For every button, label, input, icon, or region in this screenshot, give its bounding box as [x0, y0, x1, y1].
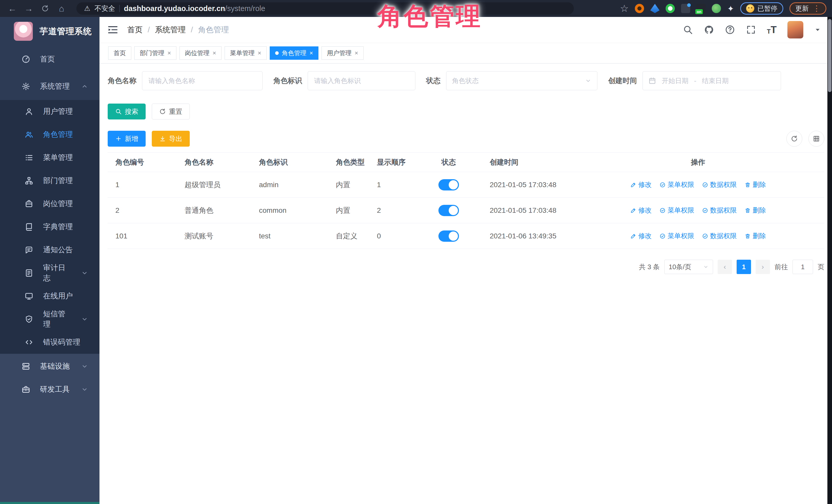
breadcrumb-home[interactable]: 首页	[127, 25, 142, 35]
tab-home[interactable]: 首页	[108, 46, 131, 60]
data-permission-action[interactable]: 数据权限	[702, 180, 737, 189]
menu-permission-action[interactable]: 菜单权限	[659, 180, 694, 189]
role-key-input[interactable]	[308, 71, 415, 90]
tab-departments[interactable]: 部门管理 ×	[134, 46, 176, 60]
browser-update-button[interactable]: 更新 ⋮	[789, 2, 826, 15]
sidebar-item-users[interactable]: 用户管理	[0, 100, 100, 123]
caret-down-icon[interactable]	[814, 26, 821, 33]
cell-display-order: 0	[369, 223, 423, 249]
sidebar-item-error-codes[interactable]: 错误码管理	[0, 331, 100, 354]
extension-icon[interactable]	[635, 4, 644, 13]
fullscreen-icon[interactable]	[746, 25, 756, 35]
browser-back-icon[interactable]: ←	[4, 4, 21, 14]
browser-reload-icon[interactable]	[37, 5, 53, 12]
tab-menus[interactable]: 菜单管理 ×	[225, 46, 267, 60]
address-bar[interactable]: ⚠ 不安全 dashboard.yudao.iocoder.cn/system/…	[76, 2, 574, 15]
sidebar-item-home[interactable]: 首页	[0, 46, 100, 73]
date-range-picker[interactable]: 开始日期 - 结束日期	[643, 71, 781, 90]
status-toggle[interactable]	[438, 179, 459, 190]
scrollbar-thumb[interactable]	[828, 19, 831, 92]
avatar[interactable]	[787, 21, 803, 38]
edit-action-label: 修改	[639, 232, 652, 240]
sidebar-item-online-users[interactable]: 在线用户	[0, 285, 100, 308]
menu-permission-action[interactable]: 菜单权限	[659, 232, 694, 240]
tab-users[interactable]: 用户管理 ×	[321, 46, 364, 60]
cell-role-name: 普通角色	[177, 198, 251, 223]
edit-action[interactable]: 修改	[630, 232, 652, 240]
tab-posts[interactable]: 岗位管理 ×	[180, 46, 222, 60]
role-name-input[interactable]	[142, 71, 263, 90]
reset-button[interactable]: 重置	[152, 104, 190, 120]
extension-icon[interactable]	[681, 4, 690, 13]
export-button[interactable]: 导出	[152, 131, 190, 147]
column-settings-button[interactable]	[808, 131, 824, 147]
edit-action-label: 修改	[639, 180, 652, 189]
sidebar-submenu: 用户管理 角色管理 菜单管理 部门管理 岗位管理	[0, 100, 100, 354]
sidebar-item-menus[interactable]: 菜单管理	[0, 146, 100, 169]
extension-icon[interactable]	[666, 4, 675, 13]
profile-paused-button[interactable]: 已暂停	[740, 2, 783, 15]
sidebar-item-system[interactable]: 系统管理	[0, 73, 100, 100]
extension-icon[interactable]: on	[696, 4, 706, 13]
goto-label: 前往	[775, 263, 788, 271]
next-page-button[interactable]: ›	[756, 260, 770, 274]
github-icon[interactable]	[704, 25, 714, 35]
edit-action[interactable]: 修改	[630, 206, 652, 215]
font-size-icon[interactable]: TT	[767, 25, 777, 35]
sidebar-item-label: 字典管理	[43, 222, 73, 232]
page-size-select[interactable]: 10条/页	[664, 260, 713, 274]
menu-permission-action[interactable]: 菜单权限	[659, 206, 694, 215]
sidebar-item-notices[interactable]: 通知公告	[0, 238, 100, 262]
data-permission-action[interactable]: 数据权限	[702, 206, 737, 215]
delete-action[interactable]: 删除	[745, 232, 766, 240]
sidebar-item-roles[interactable]: 角色管理	[0, 123, 100, 146]
extensions-pin-icon[interactable]: ✦	[727, 4, 734, 13]
goto-page-input[interactable]	[792, 260, 813, 274]
bookmark-star-icon[interactable]: ☆	[620, 3, 629, 14]
close-icon[interactable]: ×	[355, 50, 358, 56]
browser-forward-icon[interactable]: →	[21, 4, 37, 14]
status-select[interactable]: 角色状态	[446, 71, 597, 90]
tab-label: 岗位管理	[185, 49, 209, 57]
sidebar-logo-row[interactable]: 芋道管理系统	[0, 17, 100, 46]
sidebar-item-dev-tools[interactable]: 研发工具	[0, 378, 100, 401]
cell-role-type: 内置	[328, 198, 369, 223]
trash-icon	[745, 207, 751, 214]
delete-action-label: 删除	[753, 180, 766, 189]
close-icon[interactable]: ×	[310, 50, 313, 56]
browser-menu-icon[interactable]: ⋮	[813, 5, 821, 12]
add-button[interactable]: 新增	[108, 131, 146, 147]
sidebar-item-dictionary[interactable]: 字典管理	[0, 215, 100, 238]
sidebar-item-departments[interactable]: 部门管理	[0, 169, 100, 192]
breadcrumb-system[interactable]: 系统管理	[155, 25, 186, 35]
tab-roles[interactable]: 角色管理 ×	[270, 46, 318, 60]
sidebar-item-sms[interactable]: 短信管理	[0, 308, 100, 331]
close-icon[interactable]: ×	[167, 50, 171, 56]
edit-action[interactable]: 修改	[630, 180, 652, 189]
status-toggle[interactable]	[438, 205, 459, 216]
delete-action[interactable]: 删除	[745, 180, 766, 189]
sidebar-item-infrastructure[interactable]: 基础设施	[0, 355, 100, 378]
prev-page-button[interactable]: ‹	[718, 260, 732, 274]
close-icon[interactable]: ×	[212, 50, 216, 56]
page-size-label: 10条/页	[669, 263, 691, 271]
sidebar-item-label: 系统管理	[40, 81, 70, 91]
close-icon[interactable]: ×	[258, 50, 261, 56]
page-scrollbar[interactable]	[827, 17, 832, 504]
current-page-button[interactable]: 1	[737, 260, 751, 274]
search-button[interactable]: 搜索	[108, 104, 146, 120]
extension-icon[interactable]	[712, 4, 721, 13]
chevron-down-icon	[81, 363, 88, 370]
trash-icon	[745, 182, 751, 188]
extension-icon[interactable]	[650, 4, 659, 13]
sidebar-item-posts[interactable]: 岗位管理	[0, 192, 100, 215]
refresh-table-button[interactable]	[786, 131, 802, 147]
delete-action[interactable]: 删除	[745, 206, 766, 215]
browser-home-icon[interactable]: ⌂	[53, 4, 70, 14]
help-icon[interactable]	[725, 25, 735, 35]
hamburger-icon[interactable]	[107, 24, 119, 35]
data-permission-action[interactable]: 数据权限	[702, 232, 737, 240]
sidebar-item-audit-log[interactable]: 审计日志	[0, 262, 100, 285]
status-toggle[interactable]	[438, 231, 459, 242]
search-icon[interactable]	[683, 25, 693, 35]
